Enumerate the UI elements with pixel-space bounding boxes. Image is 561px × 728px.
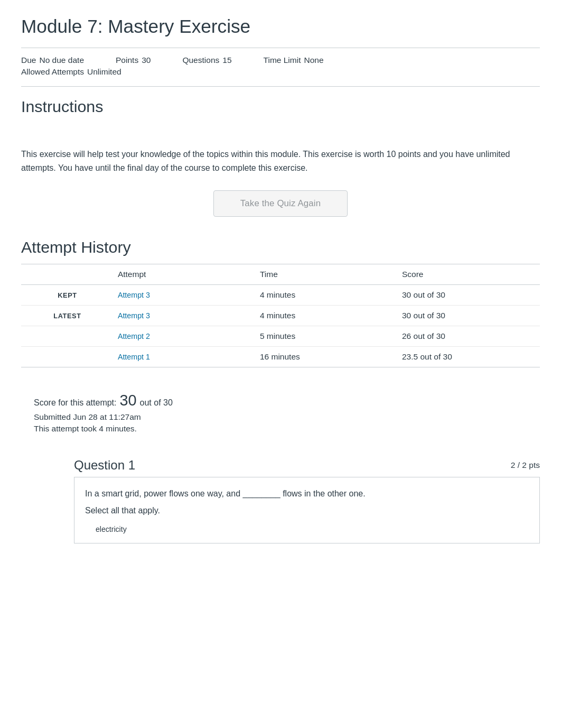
attempt-link[interactable]: Attempt 1 bbox=[118, 353, 150, 361]
attempt-history-table: Attempt Time Score KEPTAttempt 34 minute… bbox=[21, 264, 540, 367]
question-1-points: 2 / 2 pts bbox=[511, 460, 540, 470]
time-limit-value: None bbox=[304, 56, 324, 65]
col-header-score: Score bbox=[398, 264, 540, 285]
score-cell: 30 out of 30 bbox=[398, 285, 540, 306]
score-label: Score for this attempt: bbox=[34, 398, 117, 408]
time-cell: 4 minutes bbox=[256, 306, 398, 326]
meta-questions: Questions 15 bbox=[182, 56, 231, 65]
due-value: No due date bbox=[39, 56, 84, 65]
question-1-title: Question 1 bbox=[74, 458, 135, 473]
questions-value: 15 bbox=[222, 56, 231, 65]
table-row: KEPTAttempt 34 minutes30 out of 30 bbox=[21, 285, 540, 306]
score-cell: 30 out of 30 bbox=[398, 306, 540, 326]
score-outof: out of 30 bbox=[140, 398, 173, 408]
question-1-text: In a smart grid, power flows one way, an… bbox=[85, 487, 529, 501]
question-1-answer: electricity bbox=[96, 525, 529, 533]
attempt-history-title: Attempt History bbox=[21, 238, 540, 256]
meta-time-limit: Time Limit None bbox=[264, 56, 324, 65]
table-row: LATESTAttempt 34 minutes30 out of 30 bbox=[21, 306, 540, 326]
points-label: Points bbox=[116, 56, 138, 65]
score-cell: 23.5 out of 30 bbox=[398, 347, 540, 367]
submitted-text: Submitted Jun 28 at 11:27am bbox=[34, 412, 527, 422]
score-cell: 26 out of 30 bbox=[398, 326, 540, 347]
time-cell: 16 minutes bbox=[256, 347, 398, 367]
attempt-cell[interactable]: Attempt 2 bbox=[114, 326, 256, 347]
table-row: Attempt 25 minutes26 out of 30 bbox=[21, 326, 540, 347]
attempt-link[interactable]: Attempt 3 bbox=[118, 311, 150, 320]
col-header-attempt: Attempt bbox=[114, 264, 256, 285]
took-text: This attempt took 4 minutes. bbox=[34, 424, 527, 434]
row-badge: LATEST bbox=[53, 312, 81, 320]
badge-cell bbox=[21, 326, 114, 347]
score-number: 30 bbox=[120, 392, 137, 409]
question-1-header: Question 1 2 / 2 pts bbox=[21, 454, 540, 477]
col-header-time: Time bbox=[256, 264, 398, 285]
time-limit-label: Time Limit bbox=[264, 56, 301, 65]
points-value: 30 bbox=[142, 56, 151, 65]
score-summary: Score for this attempt: 30 out of 30 Sub… bbox=[21, 382, 540, 443]
table-header-row: Attempt Time Score bbox=[21, 264, 540, 285]
row-badge: KEPT bbox=[58, 291, 77, 299]
attempt-link[interactable]: Attempt 2 bbox=[118, 332, 150, 340]
question-1-select-note: Select all that apply. bbox=[85, 506, 529, 515]
quiz-meta: Due No due date Points 30 Questions 15 T… bbox=[21, 48, 540, 87]
time-cell: 5 minutes bbox=[256, 326, 398, 347]
table-row: Attempt 116 minutes23.5 out of 30 bbox=[21, 347, 540, 367]
question-1-content: In a smart grid, power flows one way, an… bbox=[74, 477, 540, 543]
badge-cell: KEPT bbox=[21, 285, 114, 306]
instructions-title: Instructions bbox=[21, 97, 540, 116]
score-line: Score for this attempt: 30 out of 30 bbox=[34, 392, 527, 409]
questions-label: Questions bbox=[182, 56, 219, 65]
attempt-link[interactable]: Attempt 3 bbox=[118, 291, 150, 299]
page-title: Module 7: Mastery Exercise bbox=[21, 16, 540, 42]
due-label: Due bbox=[21, 56, 36, 65]
meta-allowed-attempts: Allowed Attempts Unlimited bbox=[21, 67, 121, 77]
instructions-body: This exercise will help test your knowle… bbox=[21, 148, 540, 174]
allowed-attempts-value: Unlimited bbox=[87, 67, 121, 77]
take-quiz-button[interactable]: Take the Quiz Again bbox=[213, 190, 348, 217]
col-header-badge bbox=[21, 264, 114, 285]
badge-cell bbox=[21, 347, 114, 367]
meta-due: Due No due date bbox=[21, 56, 84, 65]
attempt-cell[interactable]: Attempt 3 bbox=[114, 306, 256, 326]
time-cell: 4 minutes bbox=[256, 285, 398, 306]
meta-points: Points 30 bbox=[116, 56, 151, 65]
allowed-attempts-label: Allowed Attempts bbox=[21, 67, 84, 77]
question-1-block: Question 1 2 / 2 pts In a smart grid, po… bbox=[21, 454, 540, 543]
take-quiz-container: Take the Quiz Again bbox=[21, 190, 540, 217]
attempt-cell[interactable]: Attempt 1 bbox=[114, 347, 256, 367]
attempt-cell[interactable]: Attempt 3 bbox=[114, 285, 256, 306]
badge-cell: LATEST bbox=[21, 306, 114, 326]
